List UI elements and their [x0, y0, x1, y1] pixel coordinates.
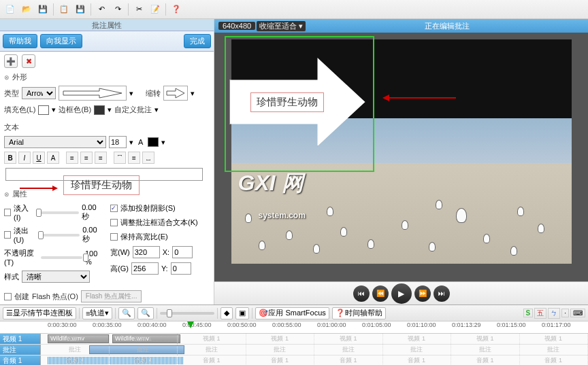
border-color-swatch[interactable] [94, 105, 105, 115]
type-select[interactable]: Arrow [22, 87, 56, 99]
valign-top-button[interactable]: ⎴ [114, 152, 126, 164]
first-frame-button[interactable]: ⏮ [353, 285, 370, 302]
svg-marker-1 [167, 88, 184, 98]
timeline-ruler[interactable]: 0:00:30:000:00:35:000:00:40:000:00:45:00… [0, 321, 588, 334]
underline-button[interactable]: U [33, 152, 45, 164]
x-label: X: [163, 248, 169, 256]
save-as-icon[interactable]: 💾 [73, 2, 88, 17]
editor-text[interactable]: 珍惜野生动物 [63, 175, 140, 195]
dropdown-icon[interactable]: ▾ [108, 105, 112, 114]
resize-checkbox[interactable] [110, 219, 118, 226]
smartfocus-button[interactable]: 🎯 应用 SmartFocus [255, 307, 329, 319]
italic-button[interactable]: I [18, 152, 31, 164]
ruler-tick: 0:00:45:00 [182, 321, 212, 328]
open-folder-icon[interactable]: 📂 [19, 2, 34, 17]
font-grow-icon[interactable]: A [138, 138, 143, 146]
next-frame-button[interactable]: ⏩ [414, 285, 431, 302]
bold-button[interactable]: B [4, 152, 16, 164]
tool-icon[interactable]: ▣ [235, 307, 249, 319]
flash-props-button[interactable]: Flash 热点属性... [81, 290, 142, 302]
dropdown-icon[interactable]: ▾ [52, 105, 56, 114]
text-editor[interactable]: 珍惜野生动物 [5, 168, 203, 181]
flash-checkbox[interactable] [4, 293, 12, 300]
track-label-callout[interactable]: 批注 [0, 345, 41, 355]
zoom-mode-select[interactable]: 收缩至适合 ▾ [257, 21, 306, 31]
dropdown-icon[interactable]: ▾ [154, 105, 159, 114]
cut-icon[interactable]: ✂ [131, 2, 146, 17]
width-input[interactable] [133, 246, 160, 258]
undo-icon[interactable]: ↶ [94, 2, 109, 17]
show-me-button[interactable]: 向我显示 [40, 34, 82, 48]
copy-icon[interactable]: 📋 [56, 2, 71, 17]
ruler-tick: 0:01:13:29 [452, 321, 481, 328]
section-text: 文本 [4, 122, 19, 133]
text-color-swatch[interactable] [148, 137, 159, 147]
y-input[interactable] [171, 262, 191, 275]
font-color-button[interactable]: A [47, 152, 59, 164]
fade-out-slider[interactable] [38, 234, 80, 237]
tracks-button[interactable]: ≡ 轨道 ▾ [82, 307, 112, 319]
track-label-video[interactable]: 视频 1 [0, 334, 41, 344]
ruler-tick: 0:01:17:00 [542, 321, 571, 328]
valign-bottom-button[interactable]: ⎵ [142, 152, 154, 164]
zoom-slider[interactable] [160, 312, 214, 315]
preview-panel: 640x480 收缩至适合 ▾ 正在编辑批注 珍惜野生动物 [214, 19, 588, 305]
help-button[interactable]: 帮助我 [3, 34, 37, 48]
fade-in-checkbox[interactable] [4, 209, 11, 216]
valign-middle-button[interactable]: ≡ [128, 152, 140, 164]
align-center-button[interactable]: ≡ [80, 152, 93, 164]
zoom-in-icon[interactable]: 🔍 [118, 307, 135, 319]
shape-preview[interactable] [59, 86, 127, 101]
height-input[interactable] [131, 262, 159, 275]
fade-out-label: 淡出(U) [14, 226, 35, 244]
font-select[interactable]: Arial [4, 136, 106, 148]
save-icon[interactable]: 💾 [35, 2, 50, 17]
settings-icon[interactable]: 📝 [148, 2, 163, 17]
prev-frame-button[interactable]: ⏪ [372, 285, 389, 302]
aspect-checkbox[interactable] [110, 233, 118, 241]
resize-label: 调整批注框适合文本(K) [120, 218, 198, 228]
add-icon[interactable]: ➕ [4, 54, 18, 68]
shadow-checkbox[interactable] [110, 205, 118, 212]
dropdown-icon[interactable]: ▾ [129, 138, 133, 147]
last-frame-button[interactable]: ⏭ [434, 285, 450, 302]
fade-in-slider[interactable] [36, 211, 79, 214]
redo-icon[interactable]: ↷ [110, 2, 125, 17]
zoom-out-icon[interactable]: 🔍 [137, 307, 154, 319]
help-icon[interactable]: ❓ [169, 2, 184, 17]
style-select[interactable]: 清晰 [22, 271, 90, 283]
collapse-icon[interactable]: ⊗ [4, 74, 10, 81]
callout-text: 珍惜野生动物 [250, 92, 324, 112]
zoom-indicator[interactable]: 640x480 [218, 22, 255, 30]
callout-selection[interactable]: 珍惜野生动物 [225, 36, 374, 172]
playback-controls: ⏮ ⏪ ▶ ⏩ ⏭ [214, 281, 588, 305]
align-right-button[interactable]: ≡ [95, 152, 107, 164]
ruler-tick: 0:01:00:00 [317, 321, 346, 328]
play-button[interactable]: ▶ [391, 283, 412, 304]
callout-shape[interactable]: 珍惜野生动物 [229, 58, 365, 146]
storyboard-toggle[interactable]: ☰ 显示情节串连图板 [3, 307, 76, 319]
dropdown-icon[interactable]: ▾ [161, 138, 165, 147]
rotate-preview[interactable] [163, 86, 188, 101]
align-left-button[interactable]: ≡ [66, 152, 78, 164]
dropdown-icon[interactable]: ▾ [191, 89, 195, 98]
fade-in-value: 0.00 秒 [82, 203, 103, 222]
track-label-audio[interactable]: 音频 1 [0, 355, 41, 365]
collapse-icon[interactable]: ⊗ [4, 191, 10, 198]
dropdown-icon[interactable]: ▾ [129, 89, 133, 98]
delete-icon[interactable]: ✖ [22, 54, 35, 68]
section-shape: 外形 [12, 72, 27, 82]
font-size-input[interactable] [109, 136, 127, 148]
preview-canvas[interactable]: 珍惜野生动物 GXI 网system.com [214, 33, 588, 281]
flash-create-label: 创建 [14, 292, 29, 302]
opacity-slider[interactable] [41, 256, 82, 259]
done-button[interactable]: 完成 [184, 34, 211, 48]
height-label: 高(G) [110, 264, 129, 274]
timeline-help-button[interactable]: ❓ 时间轴帮助 [332, 307, 386, 319]
fill-color-swatch[interactable] [38, 105, 49, 115]
new-file-icon[interactable]: 📄 [3, 2, 18, 17]
fade-out-checkbox[interactable] [4, 231, 11, 239]
x-input[interactable] [172, 246, 193, 258]
tool-icon[interactable]: ◆ [220, 307, 233, 319]
fade-out-value: 0.00 秒 [82, 226, 103, 244]
